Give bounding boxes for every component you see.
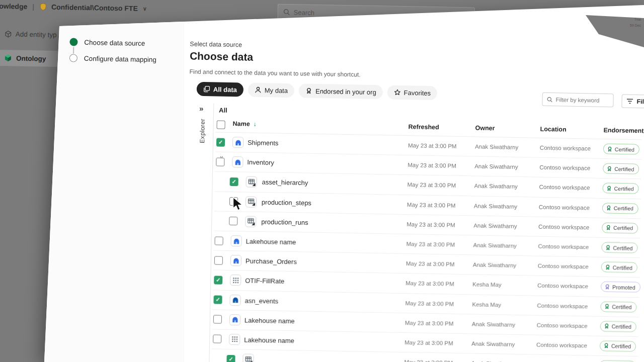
row-checkbox[interactable] — [214, 236, 223, 245]
table-icon — [246, 196, 257, 207]
filter-keyword-input[interactable] — [556, 97, 606, 104]
medal-icon — [605, 225, 611, 231]
medal-icon — [607, 146, 613, 152]
tab-label: My data — [265, 86, 288, 95]
lakehouse-icon — [232, 156, 243, 167]
row-checkbox[interactable]: ✓ — [230, 177, 238, 186]
row-location: Contoso workspace — [537, 283, 588, 290]
endorsement-label: Certified — [614, 186, 633, 192]
step-choose-data-source[interactable]: Choose data source — [84, 39, 145, 47]
row-checkbox[interactable]: ✓ — [216, 138, 225, 146]
endorsement-badge: Certified — [600, 340, 636, 351]
row-name: Shipments — [248, 139, 279, 147]
endorsement-label: Certified — [614, 166, 634, 172]
row-name: asset_hierarchy — [262, 178, 308, 187]
row-refreshed: May 23 at 3:00 PM — [405, 300, 454, 307]
lakehouse-icon — [229, 314, 240, 325]
select-all-checkbox[interactable] — [216, 120, 225, 129]
endorsement-badge: Certified — [600, 301, 636, 312]
row-location: Contoso workspace — [539, 204, 590, 211]
sort-descending-icon: ↓ — [254, 121, 257, 128]
endorsement-label: Certified — [612, 304, 631, 310]
column-header-name[interactable]: Name↓ — [233, 120, 257, 128]
row-checkbox[interactable]: ✓ — [226, 355, 235, 362]
row-name: production_steps — [262, 198, 311, 207]
row-owner: Anak Siwatharny — [473, 222, 517, 229]
row-checkbox[interactable] — [213, 315, 222, 324]
row-owner: Anak Siwatharny — [475, 144, 518, 151]
row-owner: Anak Siwatharny — [473, 262, 516, 269]
row-refreshed: May 23 at 3:00 PM — [405, 339, 453, 346]
mouse-cursor — [232, 197, 244, 212]
row-checkbox[interactable] — [229, 217, 237, 225]
row-location: Contoso workspace — [539, 184, 590, 191]
filter-button-label: Filter — [636, 98, 644, 106]
row-location: Contoso workspace — [537, 322, 588, 329]
endorsement-label: Certified — [614, 205, 633, 212]
page-subtitle: Find and connect to the data you want to… — [189, 68, 360, 78]
step-connector — [73, 47, 74, 53]
lakehouse-icon — [230, 235, 242, 246]
semantic-model-icon — [230, 275, 241, 286]
column-header-location[interactable]: Location — [540, 126, 566, 133]
row-checkbox[interactable]: ✓ — [214, 276, 222, 284]
row-name: OTIF-FillRate — [245, 277, 284, 285]
lakehouse-dark-icon — [229, 295, 240, 306]
endorsement-label: Certified — [613, 264, 632, 270]
endorsement-badge: Promoted — [601, 282, 640, 293]
tab-label: Endorsed in your org — [315, 87, 376, 96]
row-name: Lakehouse name — [244, 336, 294, 344]
row-checkbox[interactable]: ✓ — [213, 296, 222, 304]
row-refreshed: May 23 at 3:00 PM — [406, 241, 455, 248]
row-owner: Anak Siwatharny — [474, 203, 517, 210]
data-source-tabs: All data My data Endorsed in your org — [197, 82, 438, 100]
filter-icon — [626, 99, 633, 104]
step-indicator-active — [69, 38, 77, 46]
table-icon — [243, 354, 254, 362]
explorer-expand-icon[interactable]: » — [199, 104, 204, 113]
row-owner: Anak Siwatharny — [472, 321, 515, 328]
stack-icon — [203, 85, 210, 93]
endorsement-label: Certified — [613, 244, 632, 251]
column-header-refreshed[interactable]: Refreshed — [408, 123, 439, 131]
table-icon — [245, 216, 256, 227]
row-refreshed: May 23 at 3:00 PM — [407, 221, 455, 228]
row-name: Inventory — [247, 158, 274, 166]
row-refreshed: May 23 at 3:00 PM — [406, 280, 454, 287]
row-location: Contoso workspace — [539, 164, 590, 171]
row-name: asn_events — [245, 297, 278, 305]
tab-endorsed-in-your-org[interactable]: Endorsed in your org — [299, 83, 383, 99]
lakehouse-icon — [230, 255, 242, 266]
choose-data-dialog: Choose data source Configure data mappin… — [0, 0, 644, 362]
endorsement-badge: Certified — [602, 203, 638, 214]
row-owner: Anak Siwatharny — [471, 340, 515, 347]
step-configure-data-mapping[interactable]: Configure data mapping — [84, 55, 156, 64]
row-location: Contoso workspace — [536, 342, 587, 349]
corner-note-line1: Trial — [634, 18, 641, 21]
endorsement-badge: Certified — [601, 242, 637, 253]
medal-icon — [604, 323, 610, 329]
tab-my-data[interactable]: My data — [248, 83, 295, 98]
endorsement-badge: Certified — [603, 143, 639, 154]
row-refreshed: May 23 at 3:00 PM — [407, 182, 456, 189]
row-owner: Kesha May — [472, 282, 502, 288]
endorsement-label: Certified — [613, 225, 633, 231]
medal-icon — [606, 165, 612, 171]
column-header-endorsement[interactable]: Endorsement — [603, 127, 643, 134]
column-header-owner[interactable]: Owner — [475, 124, 495, 132]
table-rows: ✓ Shipments∨ May 23 at 3:00 PM Anak Siwa… — [211, 132, 642, 362]
medal-icon — [606, 205, 612, 211]
medal-icon — [305, 87, 312, 95]
row-checkbox[interactable] — [213, 335, 221, 343]
endorsement-label: Promoted — [612, 284, 635, 291]
tab-favorites[interactable]: Favorites — [387, 85, 437, 100]
row-checkbox[interactable] — [214, 256, 223, 264]
tab-all-data[interactable]: All data — [197, 82, 244, 97]
medal-icon — [606, 185, 612, 191]
filter-button[interactable]: Filter — [621, 95, 644, 109]
row-checkbox[interactable] — [216, 157, 224, 166]
person-icon — [255, 86, 262, 94]
row-refreshed: May 23 at 3:00 PM — [408, 162, 456, 169]
row-owner: Anak Siwatharny — [471, 360, 514, 362]
row-refreshed: May 23 at 3:00 PM — [406, 260, 455, 267]
